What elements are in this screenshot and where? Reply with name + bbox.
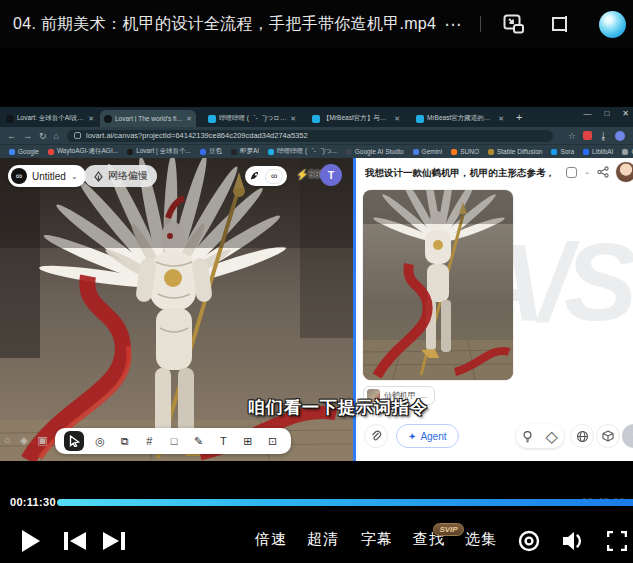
forward-icon[interactable]: → — [23, 131, 32, 141]
fullscreen-icon[interactable] — [607, 531, 627, 551]
history-icon[interactable] — [566, 167, 577, 178]
mini-player-icon[interactable] — [547, 11, 573, 37]
bookmark-favicon — [488, 149, 494, 155]
web-search-button[interactable] — [570, 424, 594, 448]
boost-toggle[interactable]: ∞ — [245, 166, 287, 186]
bilibili-favicon — [208, 115, 216, 123]
bookmark-aistudio[interactable]: Google AI Studio — [346, 148, 404, 155]
tab-lovart-en[interactable]: Lovart | The world's first des... ✕ — [100, 110, 196, 127]
share-icon[interactable] — [597, 166, 609, 178]
bookmark-sora[interactable]: Sora — [551, 148, 574, 155]
lightbulb-icon[interactable] — [522, 430, 533, 443]
picture-in-picture-icon[interactable] — [501, 11, 527, 37]
tab-mrbeast-space[interactable]: MrBeast官方频道的个人空间 ✕ — [412, 110, 508, 127]
video-frame[interactable]: Lovart: 全球首个AI设计智能... ✕ Lovart | The wor… — [0, 48, 633, 492]
bookmark-favicon — [346, 149, 352, 155]
agent-button[interactable]: ✦ Agent — [396, 424, 459, 448]
bookmark-google[interactable]: Google — [9, 148, 39, 155]
quality-button[interactable]: 超清 — [307, 530, 339, 549]
bookmark-jimeng[interactable]: 即梦AI — [231, 147, 259, 156]
diamond-icon[interactable]: ◇ — [546, 427, 558, 446]
speed-button[interactable]: 倍速 — [255, 530, 287, 549]
bookmark-liblibai[interactable]: LiblibAI — [583, 148, 613, 155]
tab-mrbeast-video[interactable]: 【MrBeast官方】与世隔绝... ✕ — [308, 110, 404, 127]
bookmark-favicon — [622, 149, 628, 155]
volume-icon[interactable] — [561, 530, 585, 552]
bookmark-favicon — [127, 149, 133, 155]
shape-tool[interactable]: □ — [165, 432, 183, 450]
back-icon[interactable]: ← — [7, 131, 16, 141]
bookmark-chatgpt[interactable]: ChatGPT — [622, 148, 633, 155]
project-name: Untitled — [32, 171, 66, 182]
tab-close-icon[interactable]: ✕ — [394, 115, 400, 123]
lovart-favicon — [6, 115, 14, 123]
text-tool[interactable]: T — [214, 432, 232, 450]
reload-icon[interactable]: ↻ — [39, 131, 47, 141]
bookmark-bilibili[interactable]: 哔哩哔哩 (゜-゜)つ... — [268, 147, 337, 156]
extension-badge-icon[interactable] — [583, 131, 592, 140]
chevron-down-icon[interactable]: ⌄ — [584, 168, 590, 176]
site-info-icon[interactable] — [74, 132, 81, 139]
app-avatar[interactable] — [599, 11, 626, 38]
bookmark-star-icon[interactable]: ☆ — [568, 131, 576, 141]
new-tab-button[interactable]: + — [516, 111, 522, 123]
grid-tool[interactable]: # — [140, 432, 158, 450]
next-button[interactable] — [103, 532, 125, 550]
chat-header-actions: ⌄ — [566, 166, 609, 178]
infinity-icon[interactable]: ∞ — [265, 169, 283, 184]
network-slow-toast: 网络偏慢 — [84, 165, 157, 187]
user-avatar[interactable]: T — [320, 164, 342, 186]
bookmark-lovart[interactable]: Lovart | 全球首个... — [127, 147, 191, 156]
rocket-icon — [249, 170, 261, 182]
tab-close-icon[interactable]: ✕ — [290, 115, 296, 123]
titlebar: 04. 前期美术：机甲的设计全流程，手把手带你造机甲.mp4 ⋯ — [0, 0, 633, 48]
play-button[interactable] — [21, 530, 41, 552]
paperclip-icon — [370, 430, 382, 442]
bookmarks-bar: Google WaytoAGI-通往AGI... Lovart | 全球首个..… — [0, 144, 633, 158]
bookmark-waytoagi[interactable]: WaytoAGI-通往AGI... — [48, 147, 118, 156]
image-import-tool[interactable]: ⊞ — [239, 432, 257, 450]
layers-icon[interactable]: ◈ — [20, 434, 28, 447]
attach-button[interactable] — [364, 424, 388, 448]
bookmark-gemini[interactable]: Gemini — [413, 148, 443, 155]
select-tool[interactable] — [64, 431, 84, 451]
tab-lovart-cn[interactable]: Lovart: 全球首个AI设计智能... ✕ — [2, 110, 98, 127]
home-icon[interactable]: ⌂ — [54, 131, 59, 141]
close-icon[interactable]: ✕ — [622, 109, 629, 118]
bookmark-favicon — [583, 149, 589, 155]
pencil-tool[interactable]: ✎ — [190, 432, 208, 450]
player-controls: 倍速 超清 字幕 查找 SVIP 选集 — [0, 514, 633, 563]
subtitle-button[interactable]: 字幕 — [361, 530, 393, 549]
project-name-pill[interactable]: ∞ Untitled ⌄ — [8, 165, 86, 187]
tab-close-icon[interactable]: ✕ — [88, 115, 94, 123]
bookmark-suno[interactable]: SUNO — [451, 148, 479, 155]
minimize-icon[interactable]: — — [583, 109, 591, 118]
seek-bar[interactable] — [57, 499, 633, 506]
bookmark-favicon — [551, 149, 557, 155]
pin-tool[interactable]: ◎ — [91, 432, 109, 450]
maximize-icon[interactable]: □ — [604, 109, 609, 118]
record-circle-icon[interactable] — [518, 530, 540, 552]
download-icon[interactable]: ⭳ — [599, 131, 608, 141]
browser-profile-avatar[interactable] — [615, 131, 625, 141]
url-bar[interactable]: lovart.ai/canvas?projectId=64142139ce864… — [67, 130, 553, 142]
mode-toggle[interactable]: ◇ — [516, 424, 564, 448]
tab-close-icon[interactable]: ✕ — [186, 115, 192, 123]
assistant-avatar[interactable] — [615, 161, 633, 183]
tab-bilibili-home[interactable]: 哔哩哔哩 (゜-゜)つロ 干杯~-... ✕ — [204, 110, 300, 127]
episodes-button[interactable]: 选集 — [465, 530, 497, 549]
tab-close-icon[interactable]: ✕ — [498, 115, 504, 123]
photo-icon[interactable]: ▣ — [37, 434, 47, 447]
circle-tool-icon[interactable]: ○ — [4, 434, 11, 447]
more-icon[interactable]: ⋯ — [444, 14, 462, 35]
tools-button[interactable] — [596, 424, 620, 448]
generated-image[interactable] — [363, 190, 513, 380]
bookmark-favicon — [268, 149, 274, 155]
image-add-tool[interactable]: ⧉ — [116, 432, 134, 450]
bookmark-doubao[interactable]: 豆包 — [200, 147, 222, 156]
frame-tool[interactable]: ⊡ — [264, 432, 282, 450]
previous-button[interactable] — [64, 532, 86, 550]
bilibili-favicon — [416, 115, 424, 123]
bookmark-stable-diffusion[interactable]: Stable Diffusion — [488, 148, 542, 155]
send-button[interactable]: ↑ — [622, 424, 633, 448]
